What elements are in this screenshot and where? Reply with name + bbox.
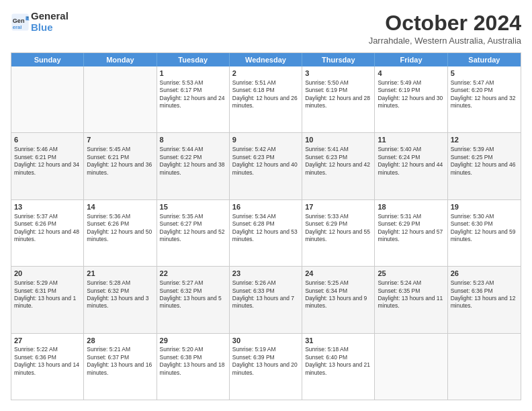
day-info: Daylight: 12 hours and 36 minutes. <box>87 161 153 177</box>
calendar-cell: 16Sunrise: 5:34 AMSunset: 6:28 PMDayligh… <box>230 200 302 266</box>
day-number: 28 <box>87 336 153 346</box>
day-info: Sunset: 6:31 PM <box>14 287 81 295</box>
day-number: 27 <box>14 336 81 346</box>
day-info: Sunset: 6:17 PM <box>160 87 226 94</box>
day-info: Daylight: 12 hours and 26 minutes. <box>232 95 299 110</box>
calendar-cell: 7Sunrise: 5:45 AMSunset: 6:21 PMDaylight… <box>84 133 157 199</box>
header-tuesday: Tuesday <box>157 53 230 66</box>
calendar-cell: 29Sunrise: 5:20 AMSunset: 6:38 PMDayligh… <box>157 334 230 400</box>
day-info: Sunset: 6:21 PM <box>14 154 81 161</box>
day-info: Sunset: 6:19 PM <box>305 87 371 94</box>
day-info: Sunset: 6:33 PM <box>232 287 299 295</box>
calendar-header: Sunday Monday Tuesday Wednesday Thursday… <box>11 53 521 66</box>
day-number: 7 <box>87 135 153 145</box>
day-info: Sunset: 6:39 PM <box>232 354 299 361</box>
page: Gen eral General Blue October 2024 Jarra… <box>0 0 532 411</box>
calendar-body: 1Sunrise: 5:53 AMSunset: 6:17 PMDaylight… <box>11 66 521 400</box>
day-info: Sunrise: 5:42 AM <box>232 146 299 153</box>
day-info: Sunrise: 5:33 AM <box>305 213 371 220</box>
calendar-cell <box>448 334 521 400</box>
header-friday: Friday <box>375 53 447 66</box>
day-info: Sunrise: 5:45 AM <box>87 146 153 153</box>
day-info: Sunrise: 5:46 AM <box>14 146 81 153</box>
day-number: 4 <box>378 68 444 79</box>
day-info: Sunset: 6:22 PM <box>160 154 226 161</box>
header-sunday: Sunday <box>11 53 84 66</box>
day-info: Sunrise: 5:18 AM <box>305 346 371 353</box>
day-number: 19 <box>451 202 518 212</box>
calendar-cell: 24Sunrise: 5:25 AMSunset: 6:34 PMDayligh… <box>302 267 375 332</box>
day-info: Sunset: 6:32 PM <box>87 287 153 295</box>
calendar-cell: 26Sunrise: 5:23 AMSunset: 6:36 PMDayligh… <box>448 267 521 332</box>
day-info: Daylight: 13 hours and 5 minutes. <box>160 295 226 310</box>
day-number: 25 <box>378 269 444 279</box>
calendar-cell: 17Sunrise: 5:33 AMSunset: 6:29 PMDayligh… <box>302 200 375 266</box>
day-info: Sunset: 6:34 PM <box>305 287 371 295</box>
calendar-row-3: 13Sunrise: 5:37 AMSunset: 6:26 PMDayligh… <box>11 200 521 267</box>
calendar-cell: 20Sunrise: 5:29 AMSunset: 6:31 PMDayligh… <box>11 267 84 332</box>
day-number: 14 <box>87 202 153 212</box>
day-info: Daylight: 12 hours and 24 minutes. <box>160 95 226 110</box>
day-info: Daylight: 12 hours and 53 minutes. <box>232 228 299 244</box>
calendar-row-1: 1Sunrise: 5:53 AMSunset: 6:17 PMDaylight… <box>11 66 521 133</box>
day-info: Sunset: 6:21 PM <box>87 154 153 161</box>
day-info: Daylight: 13 hours and 20 minutes. <box>232 361 299 377</box>
header-thursday: Thursday <box>302 53 375 66</box>
logo: Gen eral General Blue <box>11 11 69 33</box>
calendar-cell: 6Sunrise: 5:46 AMSunset: 6:21 PMDaylight… <box>11 133 84 199</box>
day-info: Daylight: 12 hours and 34 minutes. <box>14 161 81 177</box>
day-info: Sunrise: 5:23 AM <box>451 279 518 287</box>
day-info: Sunrise: 5:29 AM <box>14 279 81 287</box>
day-info: Daylight: 12 hours and 42 minutes. <box>305 161 371 177</box>
day-info: Sunrise: 5:31 AM <box>378 213 444 220</box>
day-info: Sunrise: 5:20 AM <box>160 346 226 353</box>
calendar-cell: 10Sunrise: 5:41 AMSunset: 6:23 PMDayligh… <box>302 133 375 199</box>
title-block: October 2024 Jarrahdale, Western Austral… <box>369 11 521 46</box>
day-info: Daylight: 12 hours and 30 minutes. <box>378 95 444 110</box>
day-info: Sunset: 6:36 PM <box>14 354 81 361</box>
day-number: 9 <box>232 135 299 145</box>
day-info: Sunset: 6:20 PM <box>451 87 518 94</box>
day-info: Sunrise: 5:37 AM <box>14 213 81 220</box>
day-info: Daylight: 13 hours and 18 minutes. <box>160 361 226 377</box>
calendar-cell: 14Sunrise: 5:36 AMSunset: 6:26 PMDayligh… <box>84 200 157 266</box>
day-info: Sunrise: 5:49 AM <box>378 79 444 87</box>
day-info: Daylight: 12 hours and 46 minutes. <box>451 161 518 177</box>
day-number: 2 <box>232 68 299 79</box>
day-number: 15 <box>160 202 226 212</box>
day-info: Daylight: 13 hours and 14 minutes. <box>14 361 81 377</box>
day-info: Daylight: 12 hours and 57 minutes. <box>378 228 444 244</box>
day-info: Sunset: 6:24 PM <box>378 154 444 161</box>
calendar-row-5: 27Sunrise: 5:22 AMSunset: 6:36 PMDayligh… <box>11 334 521 400</box>
day-info: Daylight: 12 hours and 50 minutes. <box>87 228 153 244</box>
calendar-cell: 12Sunrise: 5:39 AMSunset: 6:25 PMDayligh… <box>448 133 521 199</box>
calendar-cell <box>375 334 447 400</box>
day-info: Daylight: 13 hours and 9 minutes. <box>305 295 371 310</box>
day-info: Sunrise: 5:25 AM <box>305 279 371 287</box>
day-number: 20 <box>14 269 81 279</box>
calendar-cell: 19Sunrise: 5:30 AMSunset: 6:30 PMDayligh… <box>448 200 521 266</box>
calendar-cell: 2Sunrise: 5:51 AMSunset: 6:18 PMDaylight… <box>230 66 302 132</box>
day-info: Sunset: 6:35 PM <box>378 287 444 295</box>
day-info: Daylight: 13 hours and 11 minutes. <box>378 295 444 310</box>
day-info: Sunset: 6:19 PM <box>378 87 444 94</box>
day-info: Sunrise: 5:35 AM <box>160 213 226 220</box>
month-title: October 2024 <box>369 11 521 36</box>
day-number: 11 <box>378 135 444 145</box>
day-info: Daylight: 13 hours and 7 minutes. <box>232 295 299 310</box>
day-info: Daylight: 13 hours and 12 minutes. <box>451 295 518 310</box>
day-info: Daylight: 12 hours and 40 minutes. <box>232 161 299 177</box>
day-info: Sunrise: 5:21 AM <box>87 346 153 353</box>
day-info: Daylight: 13 hours and 3 minutes. <box>87 295 153 310</box>
day-info: Sunset: 6:28 PM <box>232 220 299 228</box>
day-info: Sunrise: 5:36 AM <box>87 213 153 220</box>
day-info: Sunrise: 5:53 AM <box>160 79 226 87</box>
calendar-cell: 4Sunrise: 5:49 AMSunset: 6:19 PMDaylight… <box>375 66 447 132</box>
day-info: Sunrise: 5:26 AM <box>232 279 299 287</box>
day-info: Daylight: 13 hours and 21 minutes. <box>305 361 371 377</box>
day-info: Sunset: 6:29 PM <box>305 220 371 228</box>
location-title: Jarrahdale, Western Australia, Australia <box>369 36 521 46</box>
calendar-row-4: 20Sunrise: 5:29 AMSunset: 6:31 PMDayligh… <box>11 267 521 333</box>
calendar-cell: 23Sunrise: 5:26 AMSunset: 6:33 PMDayligh… <box>230 267 302 332</box>
day-info: Sunrise: 5:41 AM <box>305 146 371 153</box>
